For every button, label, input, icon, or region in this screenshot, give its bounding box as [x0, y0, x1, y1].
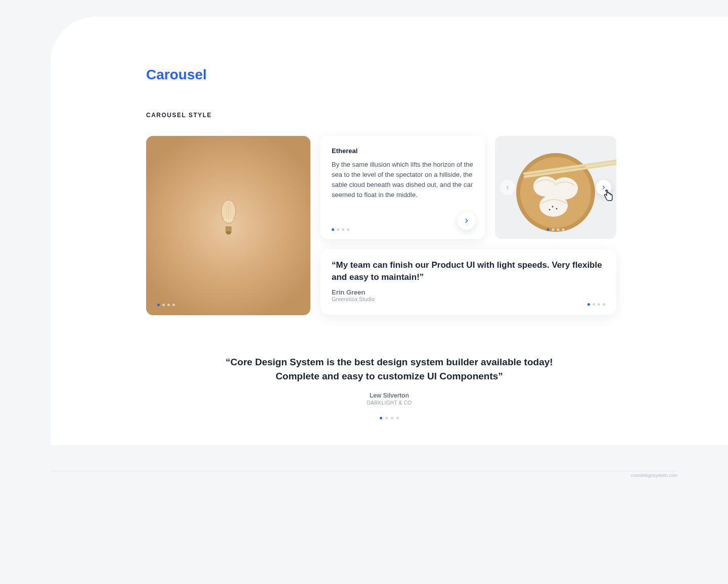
svg-rect-2 — [225, 231, 232, 233]
carousel-testimonial-wide: “My team can finish our Product UI with … — [321, 249, 616, 315]
footer-divider — [51, 471, 677, 471]
svg-point-12 — [552, 206, 554, 208]
pagination-dot[interactable] — [593, 303, 595, 306]
testimonial-studio: Greenoiza Studio — [332, 296, 605, 302]
pagination-dots — [332, 228, 349, 231]
footer-link[interactable]: coredesignsystem.com — [631, 473, 677, 478]
lightbulb-icon — [216, 194, 241, 242]
prev-button[interactable] — [500, 180, 515, 195]
carousel-image-large[interactable] — [146, 136, 310, 315]
carousel-text-card: Ethereal By the same illusion which lift… — [321, 136, 485, 239]
pagination-dots — [587, 303, 605, 306]
pagination-dot[interactable] — [396, 417, 399, 419]
chevron-right-icon — [601, 184, 607, 190]
next-button[interactable] — [596, 180, 611, 195]
pagination-dot[interactable] — [342, 228, 344, 231]
testimonial-author: Lew Silverton — [207, 392, 571, 399]
pagination-dots — [207, 417, 571, 419]
panel: Carousel CAROUSEL STYLE Ethereal By the … — [51, 17, 728, 445]
testimonial-quote: “Core Design System is the best design s… — [207, 355, 571, 383]
pagination-dots — [547, 228, 565, 231]
carousel-image-small[interactable] — [495, 136, 616, 239]
svg-point-11 — [539, 194, 568, 217]
pagination-dot[interactable] — [603, 303, 605, 306]
svg-rect-3 — [226, 233, 231, 234]
svg-point-13 — [556, 208, 558, 210]
pagination-dot[interactable] — [385, 417, 388, 419]
testimonial-author: Erin Green — [332, 288, 605, 296]
svg-point-14 — [549, 209, 551, 211]
pagination-dot[interactable] — [557, 228, 560, 231]
pagination-dot[interactable] — [552, 228, 555, 231]
pagination-dot[interactable] — [347, 228, 349, 231]
svg-rect-1 — [225, 226, 232, 231]
card-body: By the same illusion which lifts the hor… — [332, 160, 474, 201]
carousel-testimonial-centered: “Core Design System is the best design s… — [207, 355, 571, 419]
pagination-dot[interactable] — [598, 303, 600, 306]
pagination-dot[interactable] — [172, 304, 175, 306]
pagination-dots — [157, 304, 175, 306]
section-label: CAROUSEL STYLE — [146, 112, 212, 119]
testimonial-quote: “My team can finish our Product UI with … — [332, 259, 605, 283]
pagination-dot[interactable] — [157, 304, 160, 306]
page-title: Carousel — [146, 67, 207, 83]
testimonial-company: DARKLIGHT & CO — [207, 400, 571, 406]
dumplings-plate-icon — [510, 147, 601, 238]
card-title: Ethereal — [332, 147, 474, 155]
pagination-dot[interactable] — [380, 417, 382, 419]
pagination-dot[interactable] — [332, 228, 334, 231]
pagination-dot[interactable] — [391, 417, 393, 419]
next-button[interactable] — [458, 212, 476, 230]
chevron-right-icon — [463, 217, 470, 224]
pagination-dot[interactable] — [162, 304, 165, 306]
chevron-left-icon — [505, 184, 511, 190]
pagination-dot[interactable] — [337, 228, 339, 231]
pagination-dot[interactable] — [547, 228, 550, 231]
pagination-dot[interactable] — [587, 303, 590, 306]
pagination-dot[interactable] — [562, 228, 565, 231]
pagination-dot[interactable] — [167, 304, 170, 306]
